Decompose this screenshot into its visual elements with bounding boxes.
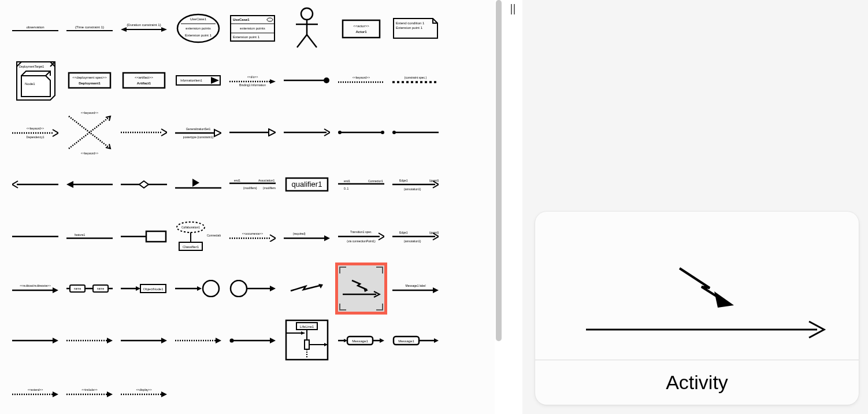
shape-arrow-left-filled[interactable] xyxy=(64,158,116,210)
shape-association-ends[interactable]: end1{modifiers}Association1{modifiers} xyxy=(227,158,279,210)
shape-circle-to-arrow[interactable] xyxy=(227,263,279,315)
shape-message-pill[interactable]: Message1 xyxy=(335,315,387,367)
shape-dashed-arrow-2[interactable] xyxy=(172,315,224,367)
svg-rect-155 xyxy=(305,340,309,349)
svg-text:{modifiers}: {modifiers} xyxy=(243,186,257,190)
shape-line-dot-end[interactable] xyxy=(390,106,442,158)
shape-extend[interactable]: <<extend>> xyxy=(9,367,61,414)
svg-marker-150 xyxy=(270,338,276,343)
shape-duration-constraint[interactable]: {Duration constraint 1} xyxy=(118,2,170,54)
shape-activity-selected[interactable] xyxy=(335,263,387,315)
svg-marker-158 xyxy=(301,331,305,335)
svg-text:<<artifact>>: <<artifact>> xyxy=(135,76,154,79)
shape-generalization-set[interactable]: GeneralizationSet1powertype {constraint1… xyxy=(172,106,224,158)
shape-note-extend[interactable]: Extend condition 1Extension point 1 xyxy=(390,2,442,54)
shape-connector[interactable]: end10..1Connector1 xyxy=(335,158,387,210)
shape-arrow-left[interactable] xyxy=(9,158,61,210)
shape-information-item[interactable]: InformationItem1 xyxy=(172,54,224,106)
svg-text:ConnectableElement: ConnectableElement xyxy=(207,234,221,237)
svg-text:name: name xyxy=(74,287,81,290)
shape-dependency-cross[interactable]: <<keyword>><<keyword>> xyxy=(64,106,116,158)
shape-observation[interactable]: observation xyxy=(9,2,61,54)
svg-marker-42 xyxy=(270,79,276,84)
shape-solid-arrow-open[interactable] xyxy=(281,106,333,158)
svg-text:<<display>>: <<display>> xyxy=(136,388,151,391)
shape-line-diamond[interactable] xyxy=(118,158,170,210)
shape-usecase-box[interactable]: UseCase1extension pointsExtension point … xyxy=(227,2,279,54)
shape-plain-line[interactable] xyxy=(9,210,61,263)
svg-marker-64 xyxy=(269,129,276,136)
scrollbar-thumb[interactable] xyxy=(496,0,502,341)
shape-edge-annotation[interactable]: Edge1{annotation1}{guard} xyxy=(390,158,442,210)
shape-occurrence[interactable]: <<occurrence>> xyxy=(227,210,279,263)
shape-dashed-arrow-filled[interactable] xyxy=(64,315,116,367)
shape-qualifier[interactable]: qualifier1 xyxy=(281,158,333,210)
shape-binding-flow[interactable]: <<d/o>>Binding1 Information xyxy=(227,54,279,106)
shape-object-nodes[interactable]: namename xyxy=(64,263,116,315)
shape-solid-arrow[interactable] xyxy=(9,315,61,367)
svg-text:{constraint spec.}: {constraint spec.} xyxy=(405,76,427,79)
shape-solid-arrow-2[interactable] xyxy=(118,315,170,367)
shape-deployment-target[interactable]: DeploymentTarget1Node1 xyxy=(9,54,61,106)
svg-text:Extension point 1: Extension point 1 xyxy=(185,34,212,37)
shape-lifeline[interactable]: LifeLine1 xyxy=(281,315,333,367)
shape-time-constraint[interactable]: {Time constraint 1} xyxy=(64,2,116,54)
svg-marker-73 xyxy=(66,181,73,188)
svg-text:<<deployment spec>>: <<deployment spec>> xyxy=(72,76,107,79)
shape-line-play-marker[interactable] xyxy=(172,158,224,210)
shape-generalization[interactable] xyxy=(227,106,279,158)
shape-multicast[interactable]: <<multicast/multireceive>> xyxy=(9,263,61,315)
preview-title: Activity xyxy=(535,360,859,405)
palette-row: <<keyword>>Dependency1 <<keyword>><<keyw… xyxy=(9,106,485,158)
svg-text:Extension point 1: Extension point 1 xyxy=(396,26,423,29)
svg-marker-138 xyxy=(433,287,439,293)
svg-line-24 xyxy=(307,35,317,47)
shape-dependency[interactable]: <<keyword>>Dependency1 xyxy=(9,106,61,158)
selection-handle[interactable] xyxy=(339,304,346,310)
shape-include[interactable]: <<include>> xyxy=(64,367,116,414)
shape-lightning[interactable] xyxy=(281,263,333,315)
shape-dot-arrow[interactable] xyxy=(227,315,279,367)
svg-text:UseCase1: UseCase1 xyxy=(233,18,250,21)
shape-transition[interactable]: Transition1 spec.(via connectionPoint1) xyxy=(335,210,387,263)
svg-marker-143 xyxy=(107,338,113,343)
shape-line-filled-circle[interactable] xyxy=(281,54,333,106)
shape-usecase-ellipse[interactable]: UseCase1extension pointsExtension point … xyxy=(172,2,224,54)
shape-edge-annotation-2[interactable]: Edge1{annotation1}{guard} xyxy=(390,210,442,263)
shape-actor-stickman[interactable] xyxy=(281,2,333,54)
svg-text:LifeLine1: LifeLine1 xyxy=(300,325,314,328)
svg-point-131 xyxy=(231,280,247,297)
shape-line-dots[interactable] xyxy=(335,106,387,158)
svg-point-16 xyxy=(267,18,273,21)
selection-handle[interactable] xyxy=(376,267,383,273)
svg-text:end1: end1 xyxy=(344,179,350,183)
shape-dashed-keyword[interactable]: <<keyword>> xyxy=(335,54,387,106)
svg-text:Deployment1: Deployment1 xyxy=(79,82,101,85)
svg-text:powertype {constraint1}: powertype {constraint1} xyxy=(183,135,214,139)
shape-dashed-constraint[interactable]: {constraint spec.} xyxy=(390,54,442,106)
svg-marker-170 xyxy=(434,338,439,343)
shape-actor-box[interactable]: <<actor>>Actor1 xyxy=(335,2,387,54)
shape-artifact[interactable]: <<artifact>>Artifact1 xyxy=(118,54,170,106)
palette-row: <<extend>> <<include>> <<display>> xyxy=(9,367,485,414)
selection-handle[interactable] xyxy=(339,267,346,273)
shape-feature-line[interactable]: feature1 xyxy=(64,210,116,263)
shape-collaboration[interactable]: Collaboration1ConnectableElementClassifi… xyxy=(172,210,224,263)
svg-text:Extension point 1: Extension point 1 xyxy=(233,35,260,39)
svg-text:Connector1: Connector1 xyxy=(368,179,383,183)
selection-handle[interactable] xyxy=(376,304,383,310)
shape-line-square-end[interactable] xyxy=(118,210,170,263)
shape-dashed-arrow-open[interactable] xyxy=(118,106,170,158)
svg-text:Edge1: Edge1 xyxy=(399,231,408,234)
shape-object-node-single[interactable]: ObjectNode1 xyxy=(118,263,170,315)
shape-arrow-to-circle[interactable] xyxy=(172,263,224,315)
scrollbar[interactable] xyxy=(495,0,503,414)
splitter-handle[interactable] xyxy=(503,0,522,19)
shape-required[interactable]: {required} xyxy=(281,210,333,263)
shape-message-label[interactable]: Message1 label xyxy=(390,263,442,315)
svg-marker-166 xyxy=(380,338,384,343)
shape-message-pill-2[interactable]: Message1 xyxy=(390,315,442,367)
shape-deployment-spec[interactable]: <<deployment spec>>Deployment1 xyxy=(64,54,116,106)
shape-display[interactable]: <<display>> xyxy=(118,367,170,414)
svg-text:{modifiers}: {modifiers} xyxy=(263,186,276,190)
